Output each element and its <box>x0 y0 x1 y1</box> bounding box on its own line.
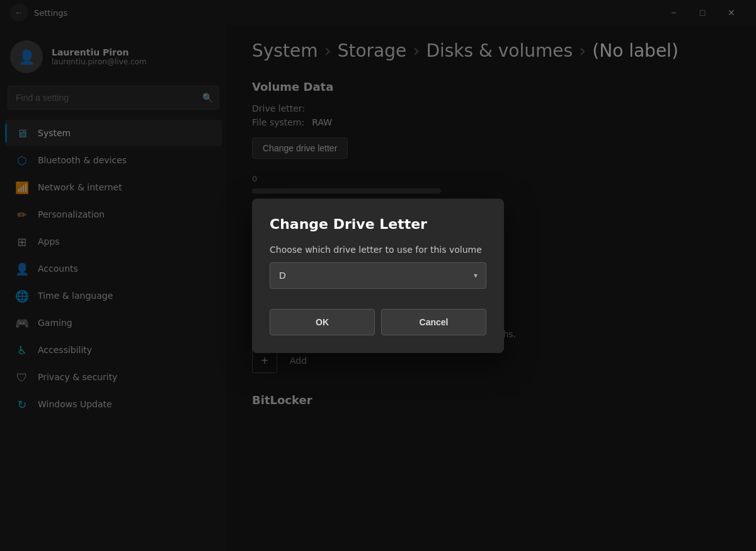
modal-actions: OK Cancel <box>270 309 486 335</box>
modal-label: Choose which drive letter to use for thi… <box>270 245 486 255</box>
modal-ok-button[interactable]: OK <box>270 309 375 335</box>
modal-cancel-button[interactable]: Cancel <box>381 309 486 335</box>
change-drive-letter-modal: Change Drive Letter Choose which drive l… <box>252 199 504 353</box>
modal-overlay: Change Drive Letter Choose which drive l… <box>0 0 756 551</box>
drive-letter-select-wrapper: D E F G H I J K L M N O P Q R S T U V W <box>270 262 486 289</box>
modal-title: Change Drive Letter <box>270 216 486 232</box>
drive-letter-select[interactable]: D E F G H I J K L M N O P Q R S T U V W <box>270 262 486 289</box>
